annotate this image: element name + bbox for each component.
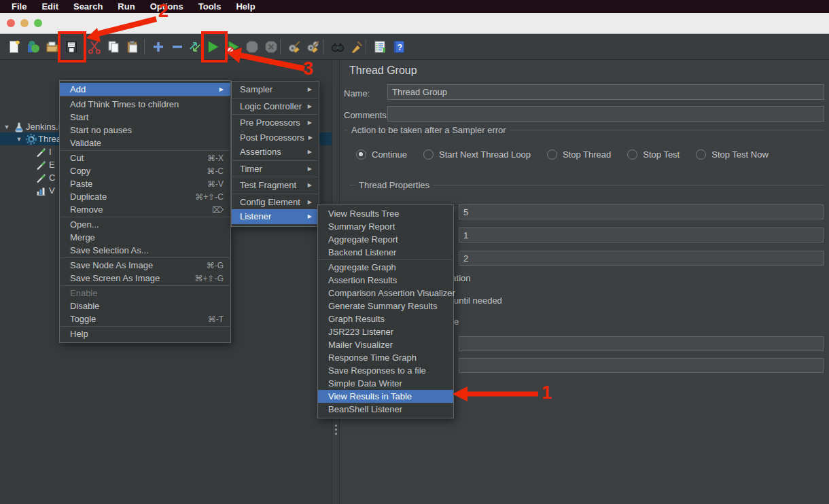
menubar-item-edit[interactable]: Edit bbox=[34, 0, 66, 13]
menu-separator bbox=[60, 150, 230, 151]
menu-item-help[interactable]: Help bbox=[60, 327, 230, 340]
menu-item-toggle[interactable]: Toggle⌘-T bbox=[60, 312, 230, 325]
zoom-window-button[interactable] bbox=[34, 19, 42, 27]
new-test-plan-button[interactable] bbox=[5, 38, 23, 56]
menu-item-save-node-as-image[interactable]: Save Node As Image⌘-G bbox=[60, 259, 230, 272]
submenu-arrow-icon: ▶ bbox=[308, 166, 312, 172]
start-no-pauses-button[interactable] bbox=[224, 38, 242, 56]
name-input[interactable] bbox=[387, 84, 824, 100]
menu-item-label: BeanShell Listener bbox=[328, 404, 402, 414]
tree-expander-icon[interactable]: ▼ bbox=[15, 136, 23, 143]
menu-item-save-screen-as-image[interactable]: Save Screen As Image⌘+⇧-G bbox=[60, 272, 230, 285]
menu-item-logic-controller[interactable]: Logic Controller▶ bbox=[232, 99, 319, 114]
function-helper-button[interactable] bbox=[371, 38, 389, 56]
menu-item-listener[interactable]: Listener▶ bbox=[232, 209, 319, 224]
tree-expander-icon[interactable]: ▼ bbox=[3, 124, 11, 130]
menu-item-generate-summary-results[interactable]: Generate Summary Results bbox=[318, 300, 453, 312]
menu-item-comparison-assertion-visualizer[interactable]: Comparison Assertion Visualizer bbox=[318, 287, 453, 300]
clear-button[interactable] bbox=[285, 38, 303, 56]
menu-item-copy[interactable]: Copy⌘-C bbox=[60, 164, 230, 177]
menu-item-backend-listener[interactable]: Backend Listener bbox=[318, 246, 453, 259]
comments-input[interactable] bbox=[387, 106, 824, 122]
radio-dot-icon[interactable] bbox=[423, 149, 434, 160]
radio-dot-icon[interactable] bbox=[547, 149, 557, 160]
menu-item-remove[interactable]: Remove⌦ bbox=[60, 203, 230, 216]
thread-property-field-3[interactable] bbox=[459, 251, 824, 266]
thread-property-field-1[interactable] bbox=[459, 204, 824, 219]
menu-item-add-think-times-to-children[interactable]: Add Think Times to children bbox=[60, 98, 230, 111]
remove-element-button[interactable] bbox=[169, 38, 186, 56]
menu-item-merge[interactable]: Merge bbox=[60, 231, 230, 244]
toggle-elements-button[interactable] bbox=[186, 38, 204, 56]
menu-item-graph-results[interactable]: Graph Results bbox=[318, 312, 453, 325]
menu-item-start[interactable]: Start bbox=[60, 111, 230, 124]
thread-property-field-4[interactable] bbox=[459, 336, 824, 351]
minimize-window-button[interactable] bbox=[20, 19, 29, 27]
menu-item-disable[interactable]: Disable bbox=[60, 300, 230, 312]
menu-item-open[interactable]: Open... bbox=[60, 218, 230, 231]
radio-continue[interactable]: Continue bbox=[356, 149, 407, 160]
menu-item-simple-data-writer[interactable]: Simple Data Writer bbox=[318, 377, 453, 390]
menu-item-add[interactable]: Add▶ bbox=[60, 83, 230, 96]
tree-item-label: V bbox=[49, 185, 55, 196]
menubar-item-search[interactable]: Search bbox=[66, 0, 110, 13]
thread-property-field-2[interactable] bbox=[459, 228, 824, 242]
copy-button[interactable] bbox=[105, 38, 122, 56]
radio-label: Start Next Thread Loop bbox=[439, 149, 531, 160]
menu-item-response-time-graph[interactable]: Response Time Graph bbox=[318, 351, 453, 364]
menu-item-assertion-results[interactable]: Assertion Results bbox=[318, 274, 453, 287]
start-button[interactable] bbox=[204, 38, 222, 56]
menu-item-paste[interactable]: Paste⌘-V bbox=[60, 177, 230, 190]
radio-stop-test[interactable]: Stop Test bbox=[627, 149, 680, 160]
shutdown-icon bbox=[264, 39, 279, 54]
help-button[interactable]: ? bbox=[390, 38, 408, 56]
window-titlebar bbox=[0, 13, 829, 34]
menu-item-post-processors[interactable]: Post Processors▶ bbox=[232, 130, 319, 145]
menu-item-timer[interactable]: Timer▶ bbox=[232, 162, 319, 177]
radio-dot-icon[interactable] bbox=[627, 149, 637, 160]
menubar-item-file[interactable]: File bbox=[4, 0, 34, 13]
menu-item-assertions[interactable]: Assertions▶ bbox=[232, 145, 319, 160]
menu-item-save-responses-to-a-file[interactable]: Save Responses to a file bbox=[318, 364, 453, 377]
radio-stop-test-now[interactable]: Stop Test Now bbox=[696, 149, 769, 160]
menu-item-duplicate[interactable]: Duplicate⌘+⇧-C bbox=[60, 190, 230, 203]
paste-button[interactable] bbox=[124, 38, 141, 56]
close-window-button[interactable] bbox=[7, 19, 15, 27]
menu-item-validate[interactable]: Validate bbox=[60, 137, 230, 149]
menu-item-label: View Results in Table bbox=[328, 391, 412, 401]
help-icon: ? bbox=[391, 39, 406, 54]
reset-search-button[interactable] bbox=[348, 38, 366, 56]
cut-button[interactable] bbox=[86, 38, 103, 56]
add-submenu: Sampler▶Logic Controller▶Pre Processors▶… bbox=[231, 81, 319, 227]
menu-item-beanshell-listener[interactable]: BeanShell Listener bbox=[318, 403, 453, 416]
menu-item-start-no-pauses[interactable]: Start no pauses bbox=[60, 124, 230, 137]
templates-button[interactable] bbox=[24, 38, 42, 56]
search-button[interactable] bbox=[329, 38, 347, 56]
radio-start-next-thread-loop[interactable]: Start Next Thread Loop bbox=[423, 149, 531, 160]
radio-dot-icon[interactable] bbox=[356, 149, 366, 160]
menu-item-cut[interactable]: Cut⌘-X bbox=[60, 151, 230, 164]
menu-item-config-element[interactable]: Config Element▶ bbox=[232, 195, 319, 210]
menu-item-jsr223-listener[interactable]: JSR223 Listener bbox=[318, 325, 453, 338]
menubar-item-help[interactable]: Help bbox=[228, 0, 262, 13]
menu-item-test-fragment[interactable]: Test Fragment▶ bbox=[232, 178, 319, 193]
radio-dot-icon[interactable] bbox=[696, 149, 706, 160]
open-button[interactable] bbox=[43, 38, 61, 56]
menubar-item-tools[interactable]: Tools bbox=[191, 0, 229, 13]
thread-property-field-5[interactable] bbox=[459, 358, 824, 373]
menu-item-view-results-tree[interactable]: View Results Tree bbox=[318, 207, 453, 220]
menu-item-summary-report[interactable]: Summary Report bbox=[318, 220, 453, 233]
clear-all-button[interactable] bbox=[304, 38, 322, 56]
menu-item-save-selection-as[interactable]: Save Selection As... bbox=[60, 244, 230, 257]
save-button[interactable] bbox=[63, 38, 80, 56]
menubar-item-options[interactable]: Options bbox=[143, 0, 191, 13]
menu-item-aggregate-graph[interactable]: Aggregate Graph bbox=[318, 261, 453, 274]
menu-item-sampler[interactable]: Sampler▶ bbox=[232, 82, 319, 97]
radio-stop-thread[interactable]: Stop Thread bbox=[547, 149, 611, 160]
add-element-button[interactable] bbox=[149, 38, 167, 56]
menu-item-mailer-visualizer[interactable]: Mailer Visualizer bbox=[318, 338, 453, 351]
menu-item-view-results-in-table[interactable]: View Results in Table bbox=[318, 390, 453, 403]
menubar-item-run[interactable]: Run bbox=[110, 0, 142, 13]
menu-item-aggregate-report[interactable]: Aggregate Report bbox=[318, 233, 453, 246]
menu-item-pre-processors[interactable]: Pre Processors▶ bbox=[232, 115, 319, 130]
